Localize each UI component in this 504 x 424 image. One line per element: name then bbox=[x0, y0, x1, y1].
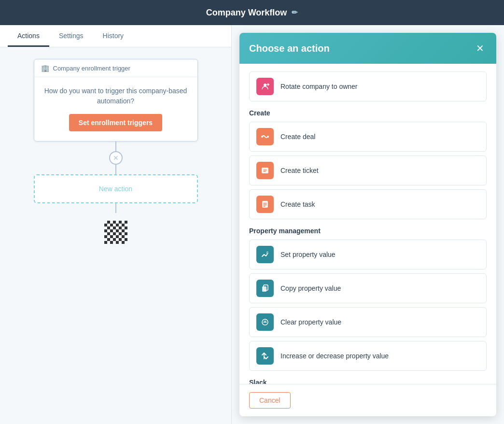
connector-bottom bbox=[115, 203, 116, 213]
set-enrollment-triggers-button[interactable]: Set enrollment triggers bbox=[69, 114, 162, 131]
cancel-button[interactable]: Cancel bbox=[249, 392, 291, 409]
delete-connector-button[interactable]: ✕ bbox=[109, 151, 123, 165]
svg-rect-6 bbox=[262, 286, 266, 292]
left-panel: Actions Settings History 🏢 Company enrol… bbox=[0, 25, 232, 424]
modal-footer: Cancel bbox=[239, 384, 496, 416]
create-ticket-icon bbox=[256, 162, 274, 179]
modal-close-button[interactable]: ✕ bbox=[473, 42, 487, 55]
create-task-icon bbox=[256, 196, 274, 213]
trigger-header-label: Company enrollment trigger bbox=[53, 65, 130, 72]
trigger-body: How do you want to trigger this company-… bbox=[34, 77, 197, 141]
tabs-bar: Actions Settings History bbox=[0, 25, 231, 47]
rotate-owner-label: Rotate company to owner bbox=[280, 83, 358, 90]
svg-rect-4 bbox=[262, 201, 268, 208]
connector-top: ✕ bbox=[109, 141, 123, 174]
increase-property-icon bbox=[256, 347, 274, 365]
clear-property-icon bbox=[256, 313, 274, 331]
modal-body: Rotate company to owner Create Create de… bbox=[239, 64, 496, 384]
create-deal-icon bbox=[256, 128, 274, 145]
svg-rect-3 bbox=[262, 168, 268, 173]
increase-property-label: Increase or decrease property value bbox=[280, 352, 389, 360]
checkerboard-decoration bbox=[104, 221, 127, 244]
tab-history[interactable]: History bbox=[93, 25, 134, 47]
trigger-header-icon: 🏢 bbox=[41, 64, 49, 72]
create-task-label: Create task bbox=[280, 200, 315, 208]
action-item-copy-property[interactable]: Copy property value bbox=[249, 273, 487, 303]
action-item-set-property[interactable]: Set property value bbox=[249, 240, 487, 269]
action-item-create-task[interactable]: Create task bbox=[249, 189, 487, 219]
close-icon: ✕ bbox=[476, 42, 484, 54]
tab-settings[interactable]: Settings bbox=[49, 25, 93, 47]
copy-property-label: Copy property value bbox=[280, 284, 341, 292]
set-property-label: Set property value bbox=[280, 251, 336, 258]
main-layout: Actions Settings History 🏢 Company enrol… bbox=[0, 25, 504, 424]
rotate-owner-icon bbox=[256, 78, 274, 95]
workflow-canvas: 🏢 Company enrollment trigger How do you … bbox=[0, 47, 231, 424]
modal-title: Choose an action bbox=[249, 43, 330, 54]
workflow-title-container: Company Workflow ✏ bbox=[206, 8, 298, 18]
section-property-heading: Property management bbox=[249, 227, 487, 235]
section-slack-heading: Slack bbox=[249, 379, 487, 384]
connector-line-top bbox=[115, 141, 116, 151]
connector-line-bottom bbox=[115, 165, 116, 174]
set-property-icon bbox=[256, 246, 274, 263]
new-action-label: New action bbox=[99, 185, 132, 193]
choose-action-modal: Choose an action ✕ Rotate company to own… bbox=[239, 33, 496, 416]
action-item-increase-property[interactable]: Increase or decrease property value bbox=[249, 341, 487, 371]
trigger-block: 🏢 Company enrollment trigger How do you … bbox=[34, 59, 198, 141]
x-icon: ✕ bbox=[113, 154, 119, 162]
trigger-question: How do you want to trigger this company-… bbox=[41, 86, 191, 106]
svg-point-1 bbox=[261, 136, 263, 138]
tab-actions[interactable]: Actions bbox=[8, 25, 49, 47]
new-action-block[interactable]: New action bbox=[34, 174, 198, 203]
action-item-create-ticket[interactable]: Create ticket bbox=[249, 155, 487, 185]
clear-property-label: Clear property value bbox=[280, 318, 341, 326]
workflow-title: Company Workflow bbox=[206, 8, 287, 18]
action-item-create-deal[interactable]: Create deal bbox=[249, 122, 487, 152]
section-create-heading: Create bbox=[249, 109, 487, 117]
edit-title-icon[interactable]: ✏ bbox=[292, 8, 298, 17]
modal-header: Choose an action ✕ bbox=[239, 33, 496, 64]
action-item-clear-property[interactable]: Clear property value bbox=[249, 307, 487, 337]
create-deal-label: Create deal bbox=[280, 133, 315, 141]
create-ticket-label: Create ticket bbox=[280, 167, 319, 174]
copy-property-icon bbox=[256, 280, 274, 297]
trigger-header: 🏢 Company enrollment trigger bbox=[34, 59, 197, 77]
action-item-rotate-owner[interactable]: Rotate company to owner bbox=[249, 71, 487, 101]
svg-point-2 bbox=[267, 136, 269, 138]
connector-line-bottom2 bbox=[115, 203, 116, 213]
svg-point-0 bbox=[264, 84, 266, 86]
top-bar: Company Workflow ✏ bbox=[0, 0, 504, 25]
